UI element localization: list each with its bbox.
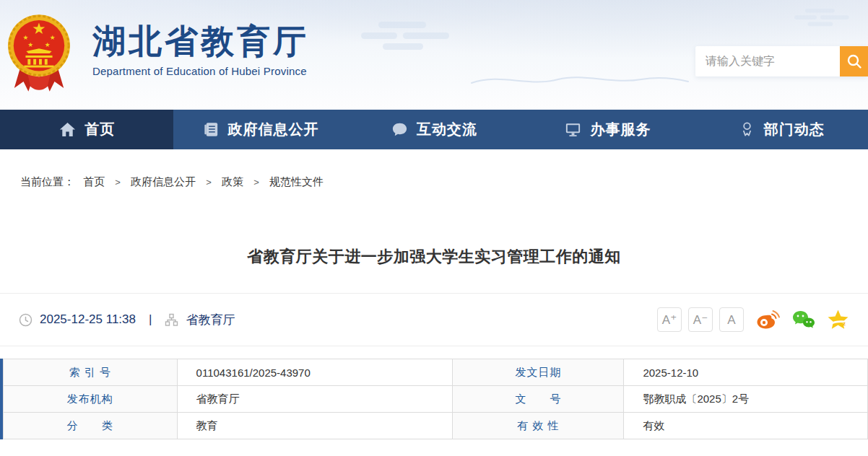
wechat-icon[interactable] (791, 309, 815, 330)
wave-decoration (468, 69, 692, 92)
doc-number-value: 鄂教职成〔2025〕2号 (624, 386, 868, 413)
issue-date-label: 发文日期 (453, 359, 624, 386)
category-label: 分 类 (4, 413, 178, 439)
meta-divider: | (149, 312, 152, 327)
cloud-decoration (361, 22, 455, 51)
breadcrumb-separator: > (206, 177, 212, 188)
search-input[interactable] (695, 46, 840, 76)
doc-number-label: 文 号 (453, 386, 624, 413)
site-header: ★ ★ ★ ★ ★ 湖北省教育厅 Department of Education… (0, 0, 868, 110)
org-icon (165, 313, 178, 327)
breadcrumb-item-policy[interactable]: 政策 (222, 175, 243, 188)
svg-text:★: ★ (32, 20, 45, 38)
table-row: 索 引 号 011043161/2025-43970 发文日期 2025-12-… (4, 359, 868, 386)
cloud-decoration (794, 9, 853, 27)
index-number-value: 011043161/2025-43970 (177, 359, 453, 386)
chat-icon (391, 120, 409, 139)
issue-date-value: 2025-12-10 (624, 359, 868, 386)
font-decrease-button[interactable]: A⁻ (688, 307, 713, 332)
category-value: 教育 (177, 413, 453, 439)
clock-icon (19, 313, 32, 327)
breadcrumb: 当前位置： 首页 > 政府信息公开 > 政策 > 规范性文件 (20, 175, 868, 190)
validity-label: 有 效 性 (453, 413, 624, 439)
nav-item-label: 互动交流 (417, 120, 477, 139)
national-emblem: ★ ★ ★ ★ ★ (7, 9, 71, 97)
nav-item-department-news[interactable]: 部门动态 (695, 110, 868, 149)
doc-info-table: 索 引 号 011043161/2025-43970 发文日期 2025-12-… (0, 359, 868, 439)
nav-item-label: 办事服务 (590, 120, 651, 139)
article-title: 省教育厅关于进一步加强大学生实习管理工作的通知 (0, 246, 868, 268)
home-icon (58, 120, 77, 139)
search-box (695, 46, 868, 76)
table-row: 发布机构 省教育厅 文 号 鄂教职成〔2025〕2号 (4, 386, 868, 413)
search-icon (846, 53, 862, 69)
article-meta-info: 2025-12-25 11:38 | 省教育厅 (19, 312, 235, 328)
nav-item-gov-info[interactable]: 政府信息公开 (173, 110, 347, 149)
weibo-icon[interactable] (755, 309, 780, 330)
index-number-label: 索 引 号 (4, 359, 178, 386)
breadcrumb-item-home[interactable]: 首页 (83, 175, 105, 188)
breadcrumb-separator: > (253, 177, 259, 188)
site-subtitle: Department of Education of Hubei Provinc… (92, 65, 309, 77)
article-meta-bar: 2025-12-25 11:38 | 省教育厅 A⁺ A⁻ A (0, 293, 868, 346)
nav-item-services[interactable]: 办事服务 (521, 110, 694, 149)
svg-text:★: ★ (27, 41, 33, 48)
nav-item-label: 部门动态 (764, 120, 825, 139)
publish-time: 2025-12-25 11:38 (40, 312, 136, 327)
document-icon (202, 120, 220, 139)
nav-item-label: 政府信息公开 (228, 120, 319, 139)
svg-text:★: ★ (50, 34, 56, 41)
site-title: 湖北省教育厅 (92, 23, 309, 61)
svg-text:★: ★ (45, 41, 51, 48)
svg-text:z: z (843, 320, 846, 327)
monitor-icon (564, 120, 582, 139)
font-increase-button[interactable]: A⁺ (657, 307, 682, 332)
breadcrumb-separator: > (115, 177, 121, 188)
main-nav: 首页 政府信息公开 互动交流 办事服务 部门动态 (0, 110, 868, 149)
nav-item-label: 首页 (84, 120, 115, 139)
font-reset-button[interactable]: A (719, 307, 744, 332)
qzone-icon[interactable]: z (827, 309, 849, 330)
person-icon (738, 120, 756, 139)
table-row: 分 类 教育 有 效 性 有效 (4, 413, 868, 439)
svg-text:★: ★ (22, 34, 28, 41)
breadcrumb-item-normative-docs[interactable]: 规范性文件 (269, 175, 324, 188)
publisher-value: 省教育厅 (177, 386, 453, 413)
nav-item-interaction[interactable]: 互动交流 (347, 110, 521, 149)
breadcrumb-prefix: 当前位置： (20, 175, 74, 188)
publish-source: 省教育厅 (186, 312, 235, 328)
search-button[interactable] (840, 46, 868, 76)
breadcrumb-item-gov-info[interactable]: 政府信息公开 (131, 175, 196, 188)
publisher-label: 发布机构 (4, 386, 178, 413)
article-toolbar: A⁺ A⁻ A (651, 307, 849, 332)
nav-item-home[interactable]: 首页 (0, 110, 173, 149)
validity-value: 有效 (624, 413, 868, 439)
brand: 湖北省教育厅 Department of Education of Hubei … (92, 23, 309, 77)
